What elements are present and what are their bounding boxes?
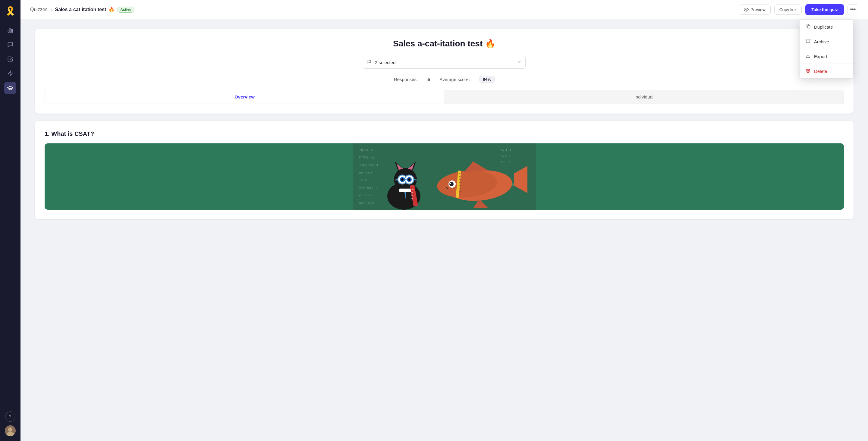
breadcrumb-quizzes[interactable]: Quizzes bbox=[30, 7, 48, 12]
duplicate-label: Duplicate bbox=[814, 24, 833, 30]
take-quiz-label: Take the quiz bbox=[811, 7, 838, 12]
more-button[interactable]: ••• bbox=[847, 4, 858, 15]
svg-text:∇·(∇V) = -ρ/ε: ∇·(∇V) = -ρ/ε bbox=[358, 156, 375, 159]
dropdown-export[interactable]: Export bbox=[800, 49, 853, 64]
dropdown-archive[interactable]: Archive bbox=[800, 34, 853, 49]
header-actions: Preview Copy link Take the quiz ••• bbox=[739, 4, 858, 15]
duplicate-icon bbox=[806, 24, 810, 30]
svg-rect-2 bbox=[11, 30, 12, 33]
sidebar-item-tasks[interactable] bbox=[4, 53, 16, 65]
filter-select-wrapper: 2 selected 2 selected bbox=[363, 56, 526, 69]
svg-line-35 bbox=[395, 180, 398, 180]
svg-text:det|A| = ad-bc: det|A| = ad-bc bbox=[359, 201, 374, 204]
quiz-title-header: Sales a-cat-itation test bbox=[55, 7, 106, 12]
preview-button[interactable]: Preview bbox=[739, 4, 771, 15]
status-badge: Active bbox=[117, 7, 134, 13]
sidebar: 🎗️ ? bbox=[0, 0, 21, 441]
svg-text:Σ(i=1 to n) x²: Σ(i=1 to n) x² bbox=[359, 171, 373, 174]
avg-score-value: 84% bbox=[479, 76, 495, 83]
sidebar-item-help[interactable]: ? bbox=[5, 411, 16, 422]
sidebar-item-analytics[interactable] bbox=[4, 24, 16, 36]
export-icon bbox=[806, 53, 810, 59]
content-area: Sales a-cat-itation test 🔥 2 selected 2 … bbox=[21, 19, 868, 441]
avatar[interactable] bbox=[5, 426, 16, 436]
svg-point-5 bbox=[8, 428, 12, 432]
archive-label: Archive bbox=[814, 39, 829, 44]
quiz-card-title: Sales a-cat-itation test 🔥 bbox=[44, 38, 844, 49]
svg-rect-0 bbox=[8, 30, 9, 33]
sidebar-item-lightning[interactable] bbox=[4, 67, 16, 80]
svg-rect-60 bbox=[807, 26, 810, 28]
copy-link-label: Copy link bbox=[779, 7, 797, 12]
svg-rect-1 bbox=[10, 29, 10, 33]
svg-point-32 bbox=[401, 178, 404, 181]
question-title: 1. What is CSAT? bbox=[44, 130, 844, 137]
more-icon: ••• bbox=[850, 6, 856, 13]
preview-label: Preview bbox=[750, 7, 766, 12]
tabs-row: Overview Individual bbox=[44, 90, 844, 104]
svg-point-33 bbox=[408, 178, 410, 181]
export-label: Export bbox=[814, 54, 827, 59]
svg-text:∂f/∂x = lim(h→0): ∂f/∂x = lim(h→0) bbox=[359, 186, 378, 189]
chalkboard-svg: 3xy + H₂O ∇·(∇V) = -ρ/ε ∫f(x)dx = F(x)+C… bbox=[44, 144, 844, 210]
svg-text:XV1 · X: XV1 · X bbox=[500, 154, 511, 158]
svg-point-50 bbox=[450, 183, 451, 184]
responses-value: 5 bbox=[427, 77, 430, 82]
svg-rect-61 bbox=[806, 39, 810, 40]
stats-row: Responses: 5 Average score: 84% bbox=[44, 76, 844, 83]
question-text: What is CSAT? bbox=[51, 130, 94, 137]
filter-select[interactable]: 2 selected bbox=[363, 56, 526, 69]
dropdown-menu: Duplicate Archive Export Delete bbox=[799, 19, 854, 78]
tab-individual[interactable]: Individual bbox=[444, 90, 844, 104]
filter-flag-icon bbox=[367, 60, 371, 65]
logo-icon: 🎗️ bbox=[5, 6, 16, 16]
delete-icon bbox=[806, 68, 810, 74]
quiz-summary-card: Sales a-cat-itation test 🔥 2 selected 2 … bbox=[35, 29, 854, 114]
sidebar-item-chat[interactable] bbox=[4, 38, 16, 51]
svg-text:∇×B = μ₀J: ∇×B = μ₀J bbox=[358, 193, 372, 197]
archive-icon bbox=[806, 38, 810, 44]
svg-line-36 bbox=[414, 180, 417, 180]
svg-text:XVO · X: XVO · X bbox=[500, 148, 512, 152]
breadcrumb-current: Sales a-cat-itation test 🔥 Active bbox=[55, 7, 134, 13]
logo: 🎗️ bbox=[4, 5, 16, 17]
question-number: 1. bbox=[44, 130, 50, 137]
svg-point-49 bbox=[450, 182, 454, 186]
delete-label: Delete bbox=[814, 69, 827, 74]
svg-marker-3 bbox=[8, 71, 13, 76]
main-area: Quizzes › Sales a-cat-itation test 🔥 Act… bbox=[21, 0, 868, 441]
avg-score-label: Average score: bbox=[439, 77, 470, 82]
svg-text:3xy + H₂O: 3xy + H₂O bbox=[359, 148, 373, 152]
question-image: 3xy + H₂O ∇·(∇V) = -ρ/ε ∫f(x)dx = F(x)+C… bbox=[44, 144, 844, 210]
breadcrumb: Quizzes › Sales a-cat-itation test 🔥 Act… bbox=[30, 7, 134, 13]
svg-text:XA0 · X: XA0 · X bbox=[500, 160, 511, 164]
sidebar-item-learn[interactable] bbox=[4, 82, 16, 94]
tab-overview[interactable]: Overview bbox=[45, 90, 444, 104]
dropdown-delete[interactable]: Delete bbox=[800, 64, 853, 78]
svg-text:∫f(x)dx = F(x)+C: ∫f(x)dx = F(x)+C bbox=[358, 163, 379, 167]
quiz-emoji-header: 🔥 bbox=[108, 7, 115, 12]
header: Quizzes › Sales a-cat-itation test 🔥 Act… bbox=[21, 0, 868, 19]
svg-rect-37 bbox=[399, 189, 411, 192]
copy-link-button[interactable]: Copy link bbox=[774, 4, 802, 15]
question-card: 1. What is CSAT? 3xy + H₂O ∇·(∇V) = -ρ/ε… bbox=[35, 121, 854, 219]
dropdown-duplicate[interactable]: Duplicate bbox=[800, 20, 853, 34]
breadcrumb-separator: › bbox=[51, 7, 52, 12]
svg-point-7 bbox=[746, 9, 747, 10]
responses-label: Responses: bbox=[394, 77, 418, 82]
take-quiz-button[interactable]: Take the quiz bbox=[805, 4, 844, 15]
svg-text:E = mc²: E = mc² bbox=[359, 178, 368, 182]
eye-icon bbox=[744, 7, 749, 12]
